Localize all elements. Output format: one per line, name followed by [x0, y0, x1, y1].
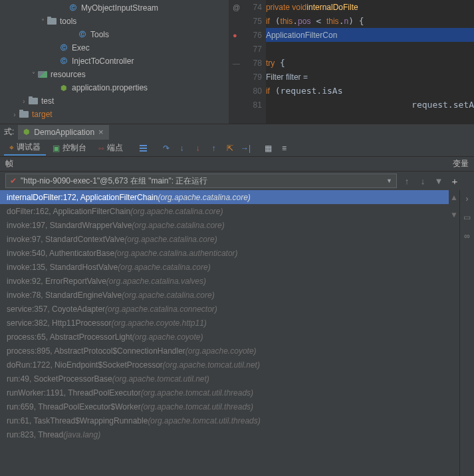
- gutter-line[interactable]: @74: [229, 0, 266, 14]
- tree-arrow-icon[interactable]: ˅: [39, 18, 47, 25]
- frame-package: (org.apache.catalina.core): [132, 221, 224, 230]
- force-step-into-icon[interactable]: ↓: [191, 142, 205, 155]
- frame-location: invoke:78, StandardEngineValve: [7, 291, 122, 300]
- tree-item[interactable]: ˅resources: [0, 68, 229, 81]
- line-number: 74: [253, 3, 262, 12]
- stack-frame[interactable]: process:895, AbstractProtocol$Connection…: [0, 344, 449, 358]
- stack-frame[interactable]: run:61, TaskThread$WrappingRunnable (org…: [0, 414, 449, 427]
- tab-console[interactable]: ▣ 控制台: [47, 141, 92, 155]
- tree-label: application.properties: [72, 83, 148, 92]
- stack-frame[interactable]: invoke:135, StandardHostValve (org.apach…: [0, 260, 449, 274]
- stack-frame[interactable]: invoke:78, StandardEngineValve (org.apac…: [0, 288, 449, 302]
- tree-arrow-icon[interactable]: ›: [11, 111, 19, 118]
- stack-frame[interactable]: doFilter:162, ApplicationFilterChain (or…: [0, 204, 449, 218]
- editor-code[interactable]: private void internalDoFilte if (this.po…: [266, 0, 474, 124]
- tree-item[interactable]: ›target: [0, 108, 229, 121]
- stack-frame[interactable]: invoke:197, StandardWrapperValve (org.ap…: [0, 218, 449, 232]
- editor[interactable]: @7475●7677—78798081 private void interna…: [229, 0, 474, 124]
- console-icon: ▣: [53, 144, 60, 153]
- scroll-up-icon[interactable]: ▲: [450, 193, 458, 202]
- frame-package: (org.apache.coyote): [132, 332, 203, 342]
- gutter-line[interactable]: 80: [229, 84, 266, 98]
- thread-name: "http-nio-9090-exec-1"@5,673 在组 "main": …: [21, 176, 207, 187]
- frame-location: invoke:135, StandardHostValve: [7, 263, 118, 272]
- thread-select[interactable]: ✔ "http-nio-9090-exec-1"@5,673 在组 "main"…: [5, 174, 397, 188]
- line-number: 81: [253, 100, 262, 110]
- tab-console-label: 控制台: [62, 142, 86, 154]
- stack-frame[interactable]: run:49, SocketProcessorBase (org.apache.…: [0, 372, 449, 386]
- line-number: 79: [253, 72, 262, 82]
- glasses-icon[interactable]: ∞: [464, 231, 470, 241]
- tree-item[interactable]: ⒸInjectToController: [0, 55, 229, 68]
- add-icon[interactable]: +: [449, 176, 461, 187]
- trace-icon[interactable]: ≡: [277, 142, 292, 155]
- stack-frame[interactable]: run:659, ThreadPoolExecutor$Worker (org.…: [0, 400, 449, 414]
- arrow-right-icon[interactable]: ›: [466, 194, 469, 203]
- drop-frame-icon[interactable]: ⇱: [223, 142, 237, 155]
- frames-label: 帧: [5, 158, 13, 170]
- gutter-line[interactable]: —78: [229, 56, 266, 70]
- scrollbar[interactable]: ▲ ▼: [449, 190, 459, 476]
- tree-label: test: [41, 96, 54, 106]
- frame-location: process:65, AbstractProcessorLight: [7, 332, 132, 342]
- tree-item[interactable]: ⬢application.properties: [0, 81, 229, 94]
- frame-location: invoke:197, StandardWrapperValve: [7, 221, 132, 230]
- frame-location: invoke:97, StandardContextValve: [7, 235, 124, 244]
- tree-item[interactable]: ›test: [0, 94, 229, 108]
- stack-frame[interactable]: internalDoFilter:172, ApplicationFilterC…: [0, 190, 449, 204]
- code-line[interactable]: private void internalDoFilte: [266, 0, 474, 14]
- call-stack[interactable]: internalDoFilter:172, ApplicationFilterC…: [0, 190, 449, 476]
- bug-icon: ⌖: [9, 143, 14, 152]
- gutter-line[interactable]: ●76: [229, 28, 266, 42]
- filter-icon[interactable]: ▼: [433, 176, 445, 186]
- code-line[interactable]: try {: [266, 56, 474, 70]
- tab-debugger[interactable]: ⌖ 调试器: [4, 140, 46, 156]
- stack-frame[interactable]: runWorker:1191, ThreadPoolExecutor (org.…: [0, 386, 449, 400]
- stack-frame[interactable]: invoke:92, ErrorReportValve (org.apache.…: [0, 274, 449, 288]
- stack-frame[interactable]: invoke:540, AuthenticatorBase (org.apach…: [0, 246, 449, 260]
- prev-frame-icon[interactable]: ↑: [401, 176, 413, 186]
- tree-label: InjectToController: [72, 57, 134, 66]
- gutter-line[interactable]: 81: [229, 98, 266, 112]
- close-icon[interactable]: ×: [98, 127, 104, 137]
- code-line[interactable]: Filter filter =: [266, 70, 474, 84]
- code-line[interactable]: request.setA: [266, 98, 474, 112]
- stack-frame[interactable]: service:357, CoyoteAdapter (org.apache.c…: [0, 302, 449, 316]
- tab-breakpoints[interactable]: ◦◦ 端点: [93, 141, 128, 155]
- tab-breakpoints-label: 端点: [107, 142, 123, 154]
- step-into-icon[interactable]: ↓: [175, 142, 189, 155]
- gutter-line[interactable]: 75: [229, 14, 266, 28]
- layout-icon[interactable]: [136, 142, 151, 155]
- code-line[interactable]: ApplicationFilterCon: [266, 28, 474, 42]
- step-out-icon[interactable]: ↑: [207, 142, 221, 155]
- tree-arrow-icon[interactable]: ˅: [29, 71, 37, 78]
- next-frame-icon[interactable]: ↓: [417, 176, 429, 186]
- tree-item[interactable]: ⒸExec: [0, 41, 229, 55]
- stack-frame[interactable]: doRun:1722, NioEndpoint$SocketProcessor …: [0, 358, 449, 372]
- stack-frame[interactable]: service:382, Http11Processor (org.apache…: [0, 316, 449, 330]
- frame-package: (java.lang): [63, 430, 100, 439]
- tree-arrow-icon[interactable]: ›: [20, 98, 28, 105]
- stack-frame[interactable]: invoke:97, StandardContextValve (org.apa…: [0, 232, 449, 246]
- code-line[interactable]: [266, 42, 474, 56]
- editor-gutter: @7475●7677—78798081: [229, 0, 266, 124]
- code-line[interactable]: if (request.isAs: [266, 84, 474, 98]
- scroll-down-icon[interactable]: ▼: [450, 210, 458, 219]
- evaluate-icon[interactable]: ▦: [261, 142, 276, 155]
- run-tab[interactable]: ⬢ DemoApplication ×: [18, 125, 108, 140]
- code-line[interactable]: if (this.pos < this.n) {: [266, 14, 474, 28]
- project-tree[interactable]: ⒸMyObjectInputStream˅toolsⒸToolsⒸExecⒸIn…: [0, 0, 229, 124]
- clipboard-icon[interactable]: ▭: [463, 213, 471, 222]
- gutter-line[interactable]: 79: [229, 70, 266, 84]
- stack-frame[interactable]: process:65, AbstractProcessorLight (org.…: [0, 330, 449, 344]
- tree-item[interactable]: ⒸMyObjectInputStream: [0, 1, 229, 15]
- step-over-icon[interactable]: ↷: [159, 142, 174, 155]
- gutter-line[interactable]: 77: [229, 42, 266, 56]
- tree-item[interactable]: ˅tools: [0, 15, 229, 28]
- stack-frame[interactable]: run:823, Thread (java.lang): [0, 427, 449, 441]
- tree-item[interactable]: ⒸTools: [0, 28, 229, 41]
- run-to-cursor-icon[interactable]: →|: [239, 142, 253, 155]
- thread-row: ✔ "http-nio-9090-exec-1"@5,673 在组 "main"…: [0, 172, 474, 190]
- folder-icon: [19, 110, 29, 119]
- frame-package: (org.apache.catalina.core): [118, 263, 210, 272]
